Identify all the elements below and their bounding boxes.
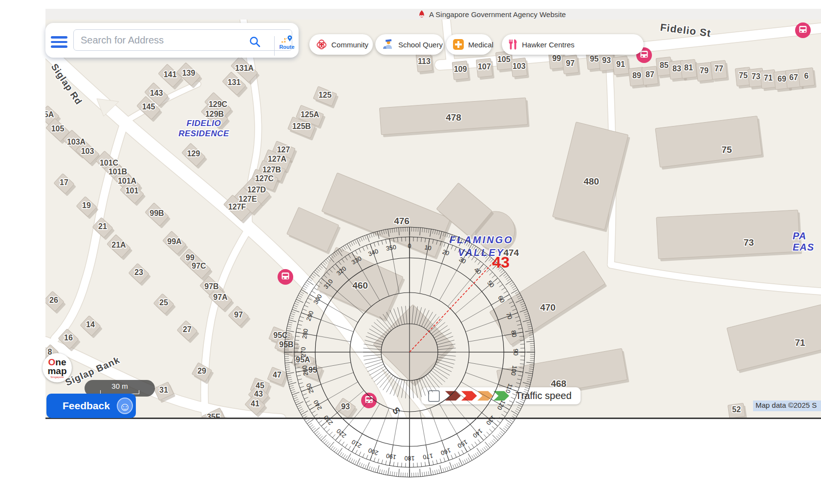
building-label: 125 (319, 91, 332, 99)
protractor-degree-label: 240 (312, 399, 324, 411)
building-label: 29 (197, 367, 206, 375)
building-label: 5A (44, 110, 54, 119)
protractor-degree-label: 20 (441, 248, 450, 257)
building-label: 143 (150, 89, 163, 97)
protractor-degree-label: 50 (486, 279, 496, 289)
smiley-icon: ☺ (117, 398, 133, 414)
protractor-degree-label: 80 (510, 330, 518, 337)
protractor-degree-label: 100 (510, 365, 518, 376)
building-label: 71 (795, 337, 805, 348)
protractor-degree-label: 230 (323, 414, 334, 426)
building-label: 127D (247, 186, 266, 194)
building-label: 480 (583, 176, 599, 187)
gov-banner-text: A Singapore Government Agency Website (429, 10, 566, 19)
building-label: 127C (255, 174, 274, 183)
category-pill-community[interactable]: Community (309, 34, 373, 55)
building-label: 99 (186, 253, 194, 262)
menu-hamburger-icon[interactable] (51, 36, 67, 49)
building-label: 109 (454, 65, 467, 73)
building-label: 129C (209, 100, 228, 108)
medical-icon (453, 39, 464, 50)
building-label: 101B (108, 168, 127, 176)
building-label: 101A (118, 177, 137, 185)
building-label: 97A (213, 293, 228, 301)
protractor-degree-label: 220 (335, 427, 347, 439)
building-label: 83 (672, 64, 681, 73)
building-label: 99A (167, 237, 182, 246)
protractor-degree-label: 110 (504, 382, 514, 394)
bearing-angle-label: 43 (492, 253, 510, 271)
building-label: 129B (205, 110, 224, 118)
area-label: FIDELIO (187, 119, 221, 128)
building-label: 129 (187, 149, 200, 158)
building-label: 101 (126, 187, 139, 195)
area-label: RESIDENCE (178, 129, 229, 138)
building-label: 99 (552, 54, 561, 63)
protractor-degree-label: 320 (335, 265, 347, 277)
route-button[interactable]: Route (278, 35, 296, 56)
protractor-degree-label: 60 (497, 294, 506, 304)
bus-stop-icon[interactable] (795, 22, 811, 38)
protractor-degree-label: 70 (505, 312, 514, 320)
building-label: 75 (721, 145, 732, 155)
protractor-degree-label: 40 (473, 266, 482, 276)
protractor-overlay[interactable]: 0102030405060708090100110120130140150160… (273, 215, 546, 489)
protractor-degree-label: 290 (305, 310, 315, 322)
protractor-degree-label: 160 (440, 446, 452, 456)
protractor-degree-label: 140 (472, 427, 484, 439)
sg-lion-icon (418, 10, 426, 19)
building-label: 69 (778, 75, 786, 83)
feedback-button[interactable]: Feedback ☺ (46, 394, 136, 418)
protractor-degree-label: 340 (367, 248, 379, 257)
building-label: 141 (164, 70, 177, 79)
protractor-degree-label: 0 (408, 243, 411, 250)
category-pill-school-query[interactable]: School Query (375, 34, 444, 55)
protractor-degree-label: 330 (350, 255, 363, 266)
building-label: 97C (192, 262, 206, 270)
building-label: 71 (764, 74, 773, 82)
building-label: 17 (60, 178, 68, 187)
building-label: 85 (660, 61, 669, 69)
onemap-logo[interactable]: One map Singapore (43, 353, 72, 382)
bearing-line (410, 260, 496, 352)
protractor-degree-label: 250 (305, 382, 315, 394)
protractor-degree-label: 180 (405, 455, 415, 462)
building-label: 95 (590, 55, 599, 63)
building-label: 81 (684, 63, 693, 72)
protractor-degree-label: 150 (456, 438, 469, 449)
map-attribution: Map data ©2025 S (753, 400, 821, 411)
building-label: 35F (207, 413, 220, 421)
building-label: 107 (478, 63, 491, 71)
category-pill-hawker-centres[interactable]: Hawker Centres (502, 34, 644, 55)
protractor-degree-label: 300 (312, 293, 324, 305)
building-label: 93 (602, 56, 611, 64)
building-label: 19 (82, 201, 91, 210)
building-label: 77 (714, 64, 723, 73)
building-label: 89 (632, 71, 641, 80)
building-label: 103 (81, 147, 94, 155)
category-pill-label: School Query (398, 41, 443, 49)
protractor-degree-label: 90 (512, 349, 519, 356)
category-pill-medical[interactable]: Medical (446, 34, 492, 55)
building-label: 14 (86, 320, 95, 329)
building-label: 127A (268, 155, 287, 163)
area-label: PA (793, 231, 806, 241)
building-label: 21 (98, 222, 107, 231)
category-pill-label: Medical (468, 41, 494, 49)
building-label: 41 (251, 399, 259, 408)
category-pill-label: Hawker Centres (522, 41, 575, 49)
protractor-degree-label: 210 (350, 438, 363, 449)
school-query-icon (382, 39, 394, 50)
building-label: 16 (64, 334, 73, 342)
building-label: 127E (238, 195, 257, 203)
building-label: 103 (513, 62, 526, 70)
building-label: 97 (566, 59, 575, 67)
search-icon[interactable] (249, 36, 261, 48)
protractor-degree-label: 130 (485, 414, 497, 426)
building-label: 139 (182, 69, 195, 77)
building-label: 105 (497, 55, 511, 63)
building-label: 52 (732, 405, 741, 414)
search-panel: Route (45, 23, 299, 58)
route-icon (281, 35, 293, 43)
building-label: 6 (804, 72, 809, 80)
